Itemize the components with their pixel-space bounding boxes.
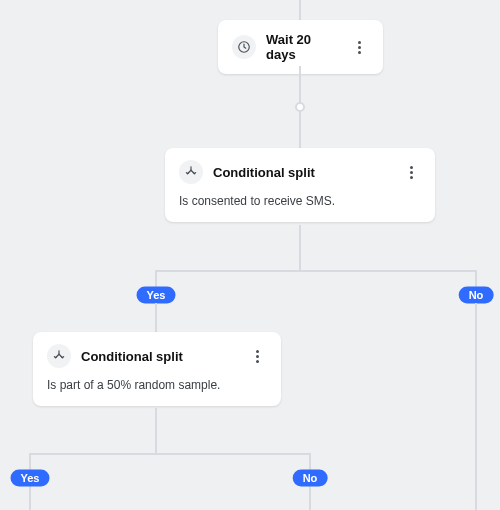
wait-title: Wait 20 days — [266, 32, 339, 62]
more-menu-button[interactable] — [401, 166, 421, 179]
conditional-split-node[interactable]: Conditional split Is consented to receiv… — [165, 148, 435, 222]
branch-yes-badge: Yes — [137, 287, 176, 304]
more-icon — [256, 350, 259, 363]
split-icon — [179, 160, 203, 184]
split-title: Conditional split — [213, 165, 391, 180]
more-icon — [410, 166, 413, 179]
split-icon — [47, 344, 71, 368]
connector — [475, 303, 477, 510]
connector — [30, 453, 310, 455]
more-menu-button[interactable] — [247, 350, 267, 363]
more-menu-button[interactable] — [349, 41, 369, 54]
connector-dot — [295, 102, 305, 112]
branch-no-badge: No — [459, 287, 494, 304]
branch-no-badge: No — [293, 470, 328, 487]
connector — [155, 303, 157, 332]
clock-icon — [232, 35, 256, 59]
split-description: Is consented to receive SMS. — [179, 194, 421, 210]
split-title: Conditional split — [81, 349, 237, 364]
connector — [299, 225, 301, 270]
flow-canvas: Wait 20 days Conditional split — [0, 0, 500, 510]
split-description: Is part of a 50% random sample. — [47, 378, 267, 394]
connector — [155, 408, 157, 453]
branch-yes-badge: Yes — [11, 470, 50, 487]
more-icon — [358, 41, 361, 54]
connector — [156, 270, 476, 272]
connector — [299, 0, 301, 20]
conditional-split-node[interactable]: Conditional split Is part of a 50% rando… — [33, 332, 281, 406]
